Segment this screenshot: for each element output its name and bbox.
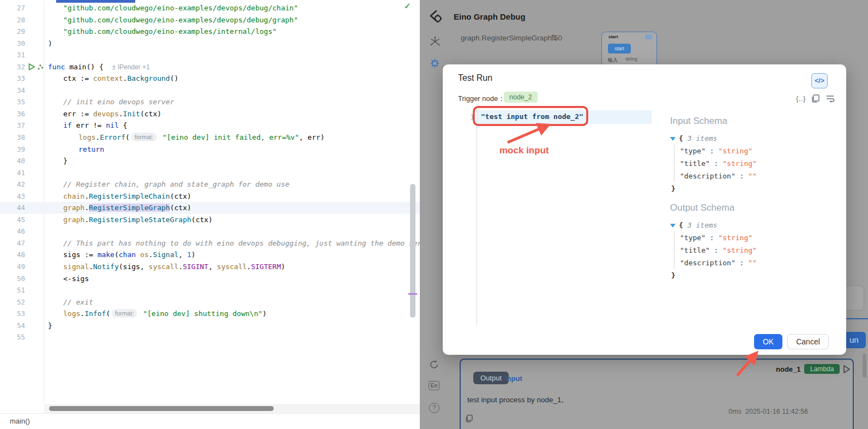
refresh-icon[interactable] xyxy=(429,359,439,370)
collapse-triangle-icon[interactable] xyxy=(670,224,676,228)
code-line[interactable]: 36err := devops.Init(ctx) xyxy=(0,108,420,120)
start-node-button[interactable]: start xyxy=(608,44,631,53)
code-text: "github.com/cloudwego/eino-examples/devo… xyxy=(48,2,298,14)
help-icon[interactable]: ? xyxy=(429,403,439,413)
line-number: 27 xyxy=(0,2,25,14)
code-line[interactable]: 49signal.Notify(sigs, syscall.SIGINT, sy… xyxy=(0,261,420,273)
code-line[interactable]: 38logs.Errorf(format: "[eino dev] init f… xyxy=(0,132,420,144)
line-number: 40 xyxy=(0,155,25,167)
code-line[interactable]: 40} xyxy=(0,155,420,167)
line-number: 28 xyxy=(0,14,25,26)
code-mode-button[interactable]: </> xyxy=(811,73,828,88)
copy-icon[interactable] xyxy=(811,94,820,103)
code-line[interactable]: 35// init eino devops server xyxy=(0,96,420,108)
result-meta: 0ms 2025-01-16 11:42:56 xyxy=(728,408,808,415)
collapse-triangle-icon[interactable] xyxy=(670,137,676,141)
code-line[interactable]: 46 xyxy=(0,225,420,237)
schema-entry: "type" : "string" xyxy=(680,145,834,157)
graph-view-icon[interactable] xyxy=(429,35,441,47)
line-number: 54 xyxy=(0,320,25,332)
code-line[interactable]: 42// Register chain, graph and state_gra… xyxy=(0,178,420,190)
schema-entries: "type" : "string""title" : "string""desc… xyxy=(674,145,834,182)
start-node-mini-chip xyxy=(645,34,652,39)
debug-icon[interactable] xyxy=(429,57,441,69)
line-number: 50 xyxy=(0,273,25,285)
breadcrumb[interactable]: main() xyxy=(10,417,30,425)
code-text: // init eino devops server xyxy=(48,96,174,108)
word-wrap-icon[interactable] xyxy=(825,94,835,103)
code-lines[interactable]: 27"github.com/cloudwego/eino-examples/de… xyxy=(0,2,420,343)
eino-logo-icon xyxy=(427,8,446,26)
code-line[interactable]: 55 xyxy=(0,331,420,343)
schema-entry: "type" : "string" xyxy=(680,231,834,244)
code-line[interactable]: 29"github.com/cloudwego/eino-examples/in… xyxy=(0,26,420,38)
code-line[interactable]: 48sigs := make(chan os.Signal, 1) xyxy=(0,249,420,261)
code-line[interactable]: 37if err != nil { xyxy=(0,120,420,132)
code-line[interactable]: 47// This part has nothing to do with ei… xyxy=(0,237,420,249)
code-line[interactable]: 33ctx := context.Background() xyxy=(0,73,420,85)
mock-input-code[interactable]: "test input from node_2" xyxy=(481,112,583,121)
schema-column: Input Schema {3 items"type" : "string""t… xyxy=(670,116,834,282)
schema-root-row[interactable]: {3 items xyxy=(670,219,834,231)
code-text: // Register chain, graph and state_graph… xyxy=(48,178,290,190)
cancel-button[interactable]: Cancel xyxy=(787,334,829,349)
code-text: if err != nil { xyxy=(48,120,127,132)
code-line[interactable]: 54} xyxy=(0,320,420,332)
line-number: 47 xyxy=(0,237,25,249)
panel-scrollbar[interactable] xyxy=(863,354,866,378)
code-line[interactable]: 41 xyxy=(0,167,420,179)
format-json-icon[interactable]: {‥} xyxy=(796,94,805,103)
code-line[interactable]: 45graph.RegisterSimpleStateGraph(ctx) xyxy=(0,214,420,226)
code-line[interactable]: 53logs.Infof(format: "[eino dev] shuttin… xyxy=(0,308,420,320)
eino-debug-panel: Eino Graph Debug graph.RegisterSimpleGra… xyxy=(420,0,868,429)
code-line[interactable]: 30) xyxy=(0,38,420,50)
code-line[interactable]: 51 xyxy=(0,284,420,296)
code-line[interactable]: 34 xyxy=(0,85,420,97)
tab-input[interactable]: Input xyxy=(505,374,522,383)
code-line[interactable]: 27"github.com/cloudwego/eino-examples/de… xyxy=(0,2,420,14)
sort-icon[interactable]: ⇅ xyxy=(551,33,557,42)
schema-root-row[interactable]: {3 items xyxy=(670,132,834,145)
line-number: 42 xyxy=(0,178,25,190)
code-line[interactable]: 39return xyxy=(0,144,420,156)
profile-run-icon[interactable] xyxy=(37,63,44,70)
code-line[interactable]: 31 xyxy=(0,49,420,61)
line-number: 37 xyxy=(0,120,25,132)
input-schema-tree[interactable]: {3 items"type" : "string""title" : "stri… xyxy=(670,132,834,195)
editor-vertical-scrollbar[interactable] xyxy=(410,184,415,318)
code-text: <-sigs xyxy=(48,273,89,285)
editor-horizontal-scrollbar[interactable] xyxy=(49,406,274,411)
start-node-card[interactable]: start start 输入 string xyxy=(601,32,657,67)
language-toggle-icon[interactable]: En xyxy=(429,381,439,390)
copy-result-icon[interactable] xyxy=(465,414,473,422)
code-text: signal.Notify(sigs, syscall.SIGINT, sysc… xyxy=(48,261,285,273)
editor-statusbar: main() xyxy=(0,413,420,429)
code-line[interactable]: 28"github.com/cloudwego/eino-examples/de… xyxy=(0,14,420,26)
code-vision-hint[interactable]: ± IPender +1 xyxy=(112,63,150,71)
run-gutter-icons[interactable] xyxy=(28,63,44,70)
graph-ref-label[interactable]: graph.RegisterSimpleGraph:50 xyxy=(461,34,562,42)
code-text: // This part has nothing to do with eino… xyxy=(48,237,420,249)
ok-button[interactable]: OK xyxy=(754,334,782,349)
line-number: 45 xyxy=(0,214,25,226)
code-line[interactable]: 44graph.RegisterSimpleGraph(ctx) xyxy=(0,202,420,214)
start-node-input-label: 输入 xyxy=(608,57,618,64)
code-line[interactable]: 52// exit xyxy=(0,296,420,308)
code-editor[interactable]: 27"github.com/cloudwego/eino-examples/de… xyxy=(0,0,420,414)
inspection-check-icon[interactable]: ✓ xyxy=(404,1,411,11)
run-icon[interactable] xyxy=(28,63,35,70)
panel-title: Eino Graph Debug xyxy=(454,12,526,21)
param-hint-chip: format: xyxy=(131,133,156,141)
code-line[interactable]: 50<-sigs xyxy=(0,273,420,285)
code-line[interactable]: 43chain.RegisterSimpleChain(ctx) xyxy=(0,190,420,202)
node-play-icon[interactable] xyxy=(842,365,851,374)
code-line[interactable]: 32func main() {± IPender +1 xyxy=(0,61,420,73)
test-run-modal: Test Run </> Trigger node： node_2 {‥} xyxy=(443,64,846,355)
node-result-card[interactable]: node_1 Lambda Output Input test input pr… xyxy=(460,359,854,429)
tab-output[interactable]: Output xyxy=(473,372,509,384)
editor-gutter-divider xyxy=(477,109,477,325)
input-schema-title: Input Schema xyxy=(670,116,834,128)
output-schema-tree[interactable]: {3 items"type" : "string""title" : "stri… xyxy=(670,219,834,282)
code-text: logs.Infof(format: "[eino dev] shutting … xyxy=(48,308,267,320)
code-text: return xyxy=(48,144,104,156)
